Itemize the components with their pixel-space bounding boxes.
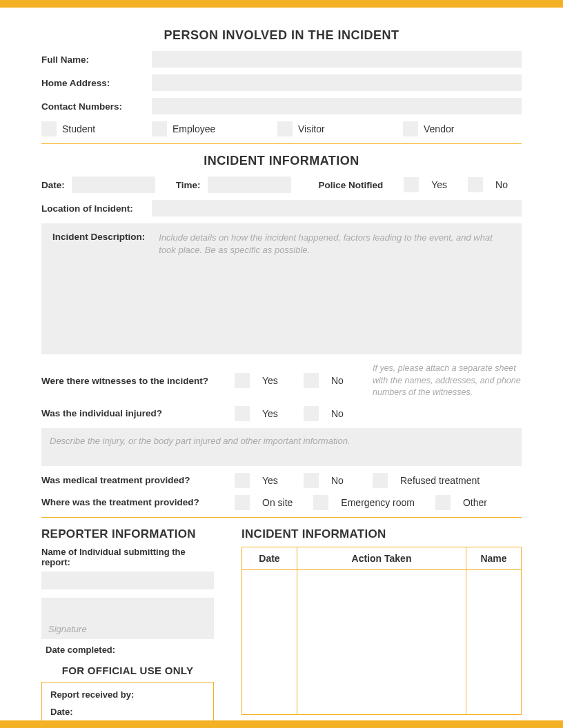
signature-label: Signature <box>48 623 87 636</box>
reporter-column: REPORTER INFORMATION Name of Individual … <box>41 527 214 729</box>
reporter-name-label: Name of Individual submitting the report… <box>41 547 214 567</box>
action-header-date: Date <box>242 547 297 569</box>
medical-no-label: No <box>331 475 352 486</box>
medical-question: Was medical treatment provided? <box>41 475 228 485</box>
signature-box[interactable]: Signature <box>41 598 214 639</box>
date-input[interactable] <box>72 176 155 193</box>
divider-2 <box>41 517 522 518</box>
student-label: Student <box>62 123 95 134</box>
injured-no-checkbox[interactable] <box>304 406 319 421</box>
official-date-label: Date: <box>50 707 205 717</box>
time-label: Time: <box>176 180 201 190</box>
section-person-title: PERSON INVOLVED IN THE INCIDENT <box>41 28 522 43</box>
description-label: Incident Description: <box>52 232 145 256</box>
witness-question: Were there witnesses to the incident? <box>41 376 228 386</box>
injured-no-label: No <box>331 408 352 419</box>
action-cell-action[interactable] <box>297 569 466 714</box>
description-placeholder: Include details on how the incident happ… <box>159 232 511 256</box>
medical-yes-checkbox[interactable] <box>235 473 250 488</box>
divider-1 <box>41 143 522 144</box>
other-checkbox[interactable] <box>435 495 451 510</box>
student-checkbox[interactable] <box>41 121 57 136</box>
date-time-row: Date: Time: Police Notified Yes No <box>41 176 522 193</box>
medical-no-checkbox[interactable] <box>304 473 319 488</box>
bottom-accent-bar <box>0 720 563 728</box>
visitor-label: Visitor <box>298 123 325 134</box>
role-row: Student Employee Visitor Vendor <box>41 121 522 136</box>
contact-numbers-label: Contact Numbers: <box>41 101 145 112</box>
date-label: Date: <box>41 180 65 190</box>
medical-yes-label: Yes <box>262 475 283 486</box>
location-row: Location of Incident: <box>41 200 522 216</box>
full-name-label: Full Name: <box>41 54 145 65</box>
police-no-label: No <box>495 179 508 190</box>
injured-question: Was the individual injured? <box>41 408 228 418</box>
employee-checkbox[interactable] <box>152 121 167 136</box>
section-incident-title: INCIDENT INFORMATION <box>41 154 522 168</box>
action-column: INCIDENT INFORMATION Date Action Taken N… <box>241 527 522 729</box>
time-input[interactable] <box>208 176 291 193</box>
er-label: Emergency room <box>341 497 415 508</box>
reporter-title: REPORTER INFORMATION <box>41 527 214 541</box>
injured-row: Was the individual injured? Yes No <box>41 406 522 421</box>
action-header-action: Action Taken <box>297 547 466 569</box>
injured-yes-checkbox[interactable] <box>235 406 250 421</box>
action-cell-name[interactable] <box>466 569 522 714</box>
refused-checkbox[interactable] <box>373 473 388 488</box>
location-label: Location of Incident: <box>41 203 145 214</box>
witness-no-checkbox[interactable] <box>304 373 319 388</box>
top-accent-bar <box>0 0 563 8</box>
home-address-input[interactable] <box>152 74 522 91</box>
witness-note: If yes, please attach a separate sheet w… <box>373 363 522 399</box>
employee-label: Employee <box>172 123 215 134</box>
injury-description-box[interactable]: Describe the injury, or the body part in… <box>41 428 522 466</box>
contact-numbers-row: Contact Numbers: <box>41 98 522 114</box>
home-address-label: Home Address: <box>41 78 145 88</box>
witness-yes-label: Yes <box>262 375 283 386</box>
action-header-name: Name <box>466 547 522 569</box>
other-label: Other <box>463 497 487 508</box>
er-checkbox[interactable] <box>313 495 328 510</box>
location-input[interactable] <box>152 200 522 216</box>
reporter-name-input[interactable] <box>41 572 214 589</box>
action-cell-date[interactable] <box>242 569 297 714</box>
visitor-checkbox[interactable] <box>277 121 293 136</box>
vendor-checkbox[interactable] <box>403 121 418 136</box>
action-table: Date Action Taken Name <box>241 547 522 715</box>
injury-placeholder: Describe the injury, or the body part in… <box>50 435 513 447</box>
incident-description-box[interactable]: Incident Description: Include details on… <box>41 223 522 354</box>
police-no-checkbox[interactable] <box>468 177 483 192</box>
police-yes-checkbox[interactable] <box>404 177 419 192</box>
injured-yes-label: Yes <box>262 408 283 419</box>
treatment-where-row: Where was the treatment provided? On sit… <box>41 495 522 510</box>
witness-row: Were there witnesses to the incident? Ye… <box>41 363 522 399</box>
police-yes-label: Yes <box>431 179 447 190</box>
treatment-where-question: Where was the treatment provided? <box>41 497 228 507</box>
full-name-row: Full Name: <box>41 51 522 68</box>
medical-row: Was medical treatment provided? Yes No R… <box>41 473 522 488</box>
onsite-checkbox[interactable] <box>235 495 250 510</box>
vendor-label: Vendor <box>424 123 454 134</box>
witness-yes-checkbox[interactable] <box>235 373 250 388</box>
witness-no-label: No <box>331 375 352 386</box>
refused-label: Refused treatment <box>400 475 480 486</box>
report-received-label: Report received by: <box>50 689 205 700</box>
onsite-label: On site <box>262 497 293 508</box>
date-completed-label: Date completed: <box>46 645 214 655</box>
official-title: FOR OFFICIAL USE ONLY <box>41 665 214 676</box>
full-name-input[interactable] <box>152 51 522 68</box>
contact-numbers-input[interactable] <box>152 98 522 114</box>
page-content: PERSON INVOLVED IN THE INCIDENT Full Nam… <box>0 8 563 728</box>
action-section-title: INCIDENT INFORMATION <box>241 527 522 541</box>
home-address-row: Home Address: <box>41 74 522 91</box>
police-label: Police Notified <box>319 180 384 190</box>
lower-columns: REPORTER INFORMATION Name of Individual … <box>41 527 522 729</box>
